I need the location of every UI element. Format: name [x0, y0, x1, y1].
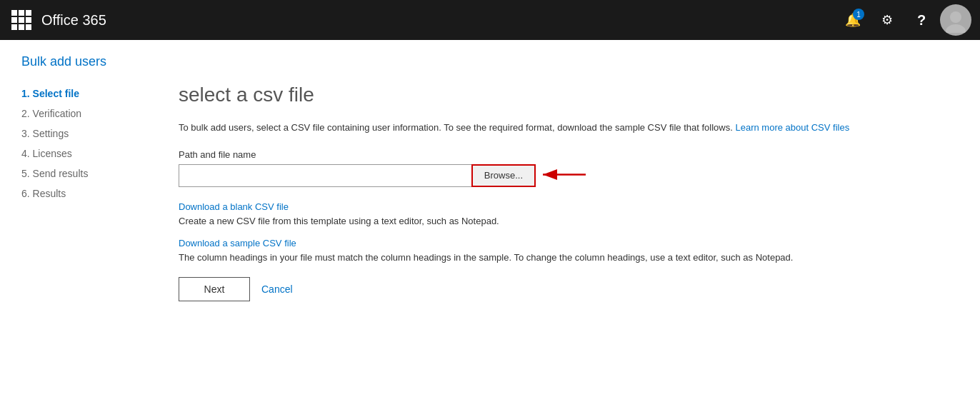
- notification-button[interactable]: 🔔 1: [837, 4, 869, 36]
- file-path-input[interactable]: [179, 164, 471, 187]
- sidebar-item-number: 5.: [21, 168, 33, 179]
- learn-more-link[interactable]: Learn more about CSV files: [735, 122, 849, 133]
- field-label: Path and file name: [179, 149, 959, 160]
- question-icon: ?: [917, 12, 926, 29]
- sidebar-item-number: 6.: [21, 188, 33, 199]
- description-text: To bulk add users, select a CSV file con…: [179, 121, 959, 135]
- avatar-icon: [943, 7, 969, 33]
- sidebar-item-number: 3.: [21, 128, 33, 139]
- page-title: Bulk add users: [21, 54, 959, 69]
- notification-badge: 1: [853, 9, 864, 20]
- sidebar: 1. Select file 2. Verification 3. Settin…: [21, 84, 164, 301]
- sidebar-item-label: Verification: [33, 108, 81, 119]
- sidebar-item-select-file[interactable]: 1. Select file: [21, 84, 164, 104]
- sidebar-item-settings[interactable]: 3. Settings: [21, 124, 164, 144]
- sidebar-item-results[interactable]: 6. Results: [21, 184, 164, 204]
- sidebar-item-label: Send results: [33, 168, 89, 179]
- download-blank-desc: Create a new CSV file from this template…: [179, 216, 499, 226]
- svg-point-1: [946, 24, 966, 33]
- sidebar-item-label: Licenses: [33, 148, 72, 159]
- download-blank-section: Download a blank CSV file Create a new C…: [179, 201, 959, 226]
- app-title: Office 365: [41, 12, 837, 29]
- sidebar-item-number: 1.: [21, 88, 33, 99]
- sidebar-item-label: Results: [33, 188, 66, 199]
- next-button[interactable]: Next: [179, 277, 250, 301]
- sidebar-item-send-results[interactable]: 5. Send results: [21, 164, 164, 184]
- topbar-icons: 🔔 1 ⚙ ?: [837, 4, 971, 36]
- sidebar-item-label: Select file: [33, 88, 79, 99]
- page-container: Bulk add users 1. Select file 2. Verific…: [0, 40, 980, 316]
- download-sample-section: Download a sample CSV file The column he…: [179, 238, 959, 263]
- file-input-row: Browse...: [179, 164, 536, 187]
- download-blank-link[interactable]: Download a blank CSV file: [179, 201, 959, 212]
- cancel-button[interactable]: Cancel: [261, 278, 293, 301]
- sidebar-item-verification[interactable]: 2. Verification: [21, 104, 164, 124]
- settings-button[interactable]: ⚙: [871, 4, 903, 36]
- arrow-icon: [536, 164, 593, 185]
- sidebar-item-number: 4.: [21, 148, 33, 159]
- waffle-icon: [11, 10, 31, 30]
- gear-icon: ⚙: [881, 12, 893, 28]
- sidebar-item-number: 2.: [21, 108, 33, 119]
- help-button[interactable]: ?: [906, 4, 937, 36]
- browse-button[interactable]: Browse...: [471, 164, 536, 187]
- button-row: Next Cancel: [179, 277, 959, 301]
- app-launcher-button[interactable]: [9, 7, 34, 33]
- main-layout: 1. Select file 2. Verification 3. Settin…: [21, 84, 959, 301]
- topbar: Office 365 🔔 1 ⚙ ?: [0, 0, 980, 40]
- download-sample-link[interactable]: Download a sample CSV file: [179, 238, 959, 248]
- content-area: select a csv file To bulk add users, sel…: [164, 84, 959, 301]
- svg-point-0: [950, 11, 961, 23]
- sidebar-item-label: Settings: [33, 128, 69, 139]
- user-avatar[interactable]: [940, 4, 971, 36]
- download-sample-desc: The column headings in your file must ma…: [179, 252, 793, 263]
- sidebar-item-licenses[interactable]: 4. Licenses: [21, 144, 164, 164]
- browse-arrow-indicator: [536, 164, 593, 187]
- content-heading: select a csv file: [179, 84, 959, 106]
